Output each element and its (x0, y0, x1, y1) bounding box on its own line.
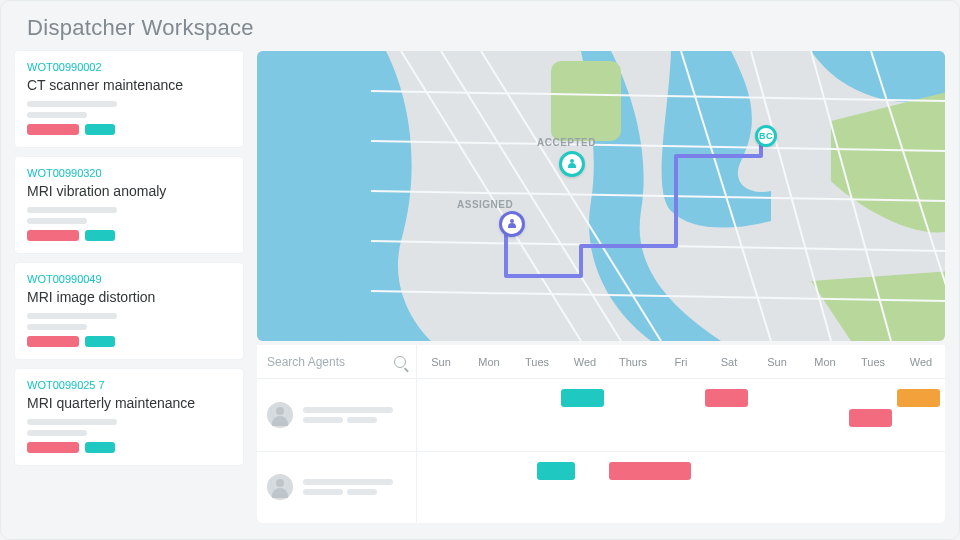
agent-placeholder (303, 479, 393, 495)
agent-info[interactable] (257, 452, 417, 524)
map-canvas (257, 51, 945, 341)
schedule-bar[interactable] (609, 462, 691, 480)
agent-placeholder (303, 407, 393, 423)
schedule-bar[interactable] (897, 389, 940, 407)
workorder-id: WOT00990320 (27, 167, 231, 179)
map-label-assigned: ASSIGNED (457, 199, 513, 210)
tag-row (27, 124, 231, 135)
agents-list (257, 379, 945, 523)
workorder-id: WOT0099025 7 (27, 379, 231, 391)
day-header: Sat (705, 356, 753, 368)
map-label-accepted: ACCEPTED (537, 137, 596, 148)
schedule-lane[interactable] (417, 452, 945, 524)
agent-row (257, 452, 945, 524)
schedule-bar[interactable] (705, 389, 748, 407)
status-pill-pink (27, 442, 79, 453)
map-pin-accepted[interactable] (559, 151, 585, 177)
workorder-title: MRI vibration anomaly (27, 183, 231, 199)
day-header: Tues (849, 356, 897, 368)
tag-row (27, 230, 231, 241)
main-panel: ASSIGNED ACCEPTED BC Search Agents (257, 51, 945, 523)
status-pill-teal (85, 442, 115, 453)
tag-row (27, 442, 231, 453)
avatar (267, 402, 293, 428)
status-pill-pink (27, 336, 79, 347)
map-view[interactable]: ASSIGNED ACCEPTED BC (257, 51, 945, 341)
placeholder-line (27, 313, 117, 319)
placeholder-line (27, 324, 87, 330)
workorder-list: WOT00990002 CT scanner maintenance WOT00… (15, 51, 243, 523)
app-frame: Dispatcher Workspace WOT00990002 CT scan… (0, 0, 960, 540)
placeholder-line (27, 207, 117, 213)
day-header: Thurs (609, 356, 657, 368)
map-pin-bc[interactable]: BC (755, 125, 777, 147)
day-header: Wed (897, 356, 945, 368)
schedule-lane[interactable] (417, 379, 945, 451)
svg-rect-1 (551, 61, 621, 141)
agent-info[interactable] (257, 379, 417, 451)
search-agents[interactable]: Search Agents (257, 345, 417, 378)
workorder-title: MRI image distortion (27, 289, 231, 305)
person-icon (567, 159, 577, 169)
scheduler: Search Agents Sun Mon Tues Wed Thurs Fri… (257, 345, 945, 523)
workorder-id: WOT00990002 (27, 61, 231, 73)
placeholder-line (27, 430, 87, 436)
placeholder-line (27, 101, 117, 107)
workorder-card[interactable]: WOT00990320 MRI vibration anomaly (15, 157, 243, 253)
day-header: Sun (417, 356, 465, 368)
workorder-card[interactable]: WOT0099025 7 MRI quarterly maintenance (15, 369, 243, 465)
workorder-title: MRI quarterly maintenance (27, 395, 231, 411)
workorder-card[interactable]: WOT00990002 CT scanner maintenance (15, 51, 243, 147)
schedule-bar[interactable] (561, 389, 604, 407)
workorder-id: WOT00990049 (27, 273, 231, 285)
map-pin-assigned[interactable] (499, 211, 525, 237)
day-header-row: Sun Mon Tues Wed Thurs Fri Sat Sun Mon T… (417, 345, 945, 378)
tag-row (27, 336, 231, 347)
page-title: Dispatcher Workspace (9, 9, 951, 51)
status-pill-pink (27, 124, 79, 135)
day-header: Mon (801, 356, 849, 368)
avatar (267, 474, 293, 500)
content: WOT00990002 CT scanner maintenance WOT00… (9, 51, 951, 529)
placeholder-line (27, 419, 117, 425)
schedule-bar[interactable] (849, 409, 892, 427)
day-header: Wed (561, 356, 609, 368)
status-pill-teal (85, 124, 115, 135)
schedule-bar[interactable] (537, 462, 575, 480)
search-placeholder: Search Agents (267, 355, 345, 369)
status-pill-teal (85, 336, 115, 347)
day-header: Sun (753, 356, 801, 368)
day-header: Fri (657, 356, 705, 368)
agent-row (257, 379, 945, 452)
status-pill-teal (85, 230, 115, 241)
status-pill-pink (27, 230, 79, 241)
day-header: Tues (513, 356, 561, 368)
day-header: Mon (465, 356, 513, 368)
placeholder-line (27, 218, 87, 224)
scheduler-header: Search Agents Sun Mon Tues Wed Thurs Fri… (257, 345, 945, 379)
placeholder-line (27, 112, 87, 118)
workorder-card[interactable]: WOT00990049 MRI image distortion (15, 263, 243, 359)
search-icon (394, 356, 406, 368)
workorder-title: CT scanner maintenance (27, 77, 231, 93)
person-icon (507, 219, 517, 229)
